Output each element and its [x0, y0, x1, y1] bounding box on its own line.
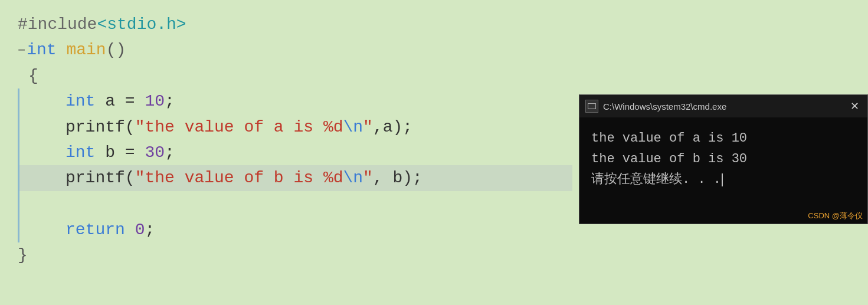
cmd-icon-inner: [588, 103, 596, 109]
number-zero: 0: [135, 217, 145, 242]
code-line-close-brace: }: [18, 242, 572, 268]
string-a: "the value of a is %d: [135, 114, 343, 140]
return-keyword: return: [65, 217, 125, 242]
printf-b-end: , b);: [373, 165, 422, 191]
keyword-int-b: int: [65, 140, 95, 165]
function-main: main: [66, 37, 106, 63]
code-line-empty: [18, 191, 572, 217]
code-line-printf-b: printf("the value of b is %d\n", b);: [18, 165, 572, 191]
space: [57, 37, 67, 63]
return-semi: ;: [145, 217, 155, 242]
escape-b: \n: [343, 165, 363, 191]
keyword-int: int: [27, 37, 56, 63]
b-assign: b =: [95, 140, 145, 165]
close-button[interactable]: ✕: [848, 100, 862, 113]
preprocessor-token: #include: [18, 12, 97, 37]
code-line-return: return 0;: [18, 217, 572, 242]
cmd-title: C:\Windows\system32\cmd.exe: [603, 101, 848, 111]
cmd-output-line-3: 请按任意键继续. . .: [591, 169, 856, 190]
open-brace: {: [28, 63, 38, 88]
code-line-include: #include<stdio.h>: [18, 12, 572, 37]
code-line-main: −int main(): [18, 37, 572, 63]
cmd-titlebar: C:\Windows\system32\cmd.exe ✕: [579, 95, 867, 117]
code-line-int-a: int a = 10;: [18, 88, 572, 114]
code-line-int-b: int b = 30;: [18, 140, 572, 165]
printf-b: printf(: [65, 165, 135, 191]
cmd-window: C:\Windows\system32\cmd.exe ✕ the value …: [579, 94, 868, 224]
number-10: 10: [145, 88, 165, 114]
a-assign: a =: [95, 88, 145, 114]
escape-a: \n: [343, 114, 363, 140]
return-space: [125, 217, 135, 242]
string-b: "the value of b is %d: [135, 165, 343, 191]
printf-a-end: ,a);: [373, 114, 412, 140]
cmd-footer: CSDN @薄令仪: [579, 208, 867, 224]
number-30: 30: [145, 140, 165, 165]
string-b-end: ": [363, 165, 373, 191]
code-line-printf-a: printf("the value of a is %d\n",a);: [18, 114, 572, 140]
cmd-output-line-2: the value of b is 30: [591, 149, 856, 169]
semicolon-b: ;: [165, 140, 175, 165]
semicolon-a: ;: [165, 88, 175, 114]
cmd-body: the value of a is 10 the value of b is 3…: [579, 117, 867, 208]
collapse-icon[interactable]: −: [18, 41, 25, 61]
keyword-int-a: int: [65, 88, 95, 114]
string-a-end: ": [363, 114, 373, 140]
code-line-open-brace: {: [18, 63, 572, 88]
cmd-cursor: [722, 173, 723, 186]
cmd-output-line-1: the value of a is 10: [591, 128, 856, 149]
code-editor: #include<stdio.h> −int main() { int a = …: [0, 0, 590, 305]
header-token: <stdio.h>: [97, 12, 186, 37]
parens: (): [106, 37, 126, 63]
printf-a: printf(: [65, 114, 135, 140]
cmd-app-icon: [585, 100, 598, 113]
close-brace: }: [18, 242, 28, 268]
